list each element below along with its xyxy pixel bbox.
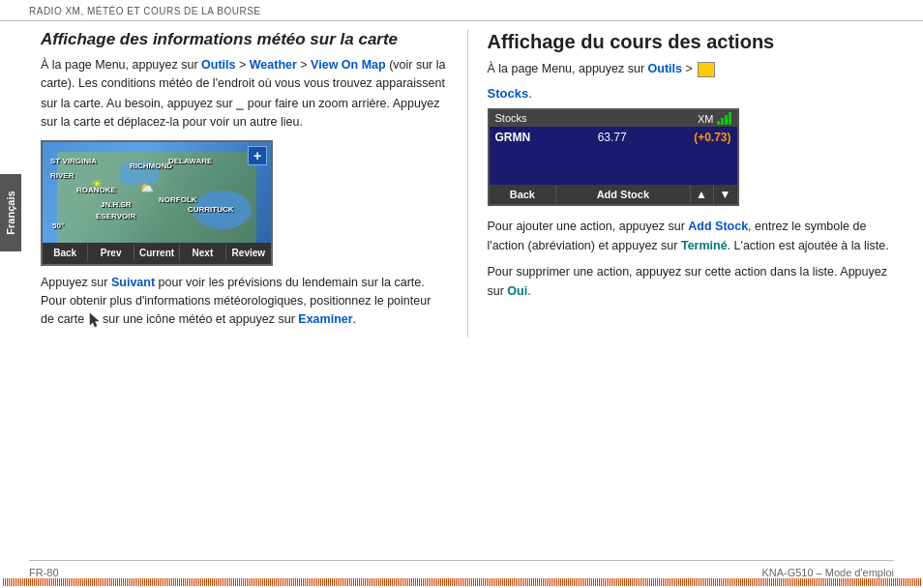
map-image: ST VIRGINIA RIVER ROANOKE RICHMOND DELAW…: [41, 140, 273, 266]
xm-signal-icon: [717, 112, 731, 125]
weather-icon-cloud: ⛅: [139, 181, 154, 194]
link-stocks[interactable]: Stocks: [488, 86, 529, 101]
link-oui[interactable]: Oui: [507, 284, 527, 298]
link-suivant[interactable]: Suivant: [111, 276, 155, 289]
map-label-currituck: CURRITUCK: [188, 205, 234, 214]
map-prev-btn[interactable]: Prev: [88, 245, 134, 261]
map-label-river: RIVER: [50, 171, 74, 180]
map-bottom-bar: Back Prev Current Next Review: [43, 243, 271, 264]
stocks-header-right: XM: [698, 112, 731, 125]
stocks-price: 63.77: [598, 131, 627, 144]
map-label-jnhsr: JN.H.SR: [101, 200, 132, 209]
stocks-menu-icon: [698, 62, 715, 77]
minus-symbol: ⎯: [236, 96, 244, 110]
right-section-title: Affichage du cours des actions: [488, 29, 895, 54]
link-add-stock[interactable]: Add Stock: [688, 220, 748, 233]
map-current-btn[interactable]: Current: [134, 245, 180, 261]
signal-bar-4: [729, 112, 731, 125]
link-examiner[interactable]: Examiner: [298, 312, 352, 326]
link-weather[interactable]: Weather: [250, 58, 297, 72]
left-section-title: Affichage des informations météo sur la …: [41, 29, 448, 50]
sidebar-label: Français: [5, 191, 16, 234]
left-paragraph-2: Appuyez sur Suivant pour voir les prévis…: [41, 274, 448, 330]
weather-icon-sun: ☀: [91, 176, 104, 191]
stocks-change: (+0.73): [694, 131, 730, 144]
link-outils-1[interactable]: Outils: [201, 58, 235, 72]
signal-bar-2: [721, 118, 724, 125]
map-label-virginia: ST VIRGINIA: [50, 157, 97, 165]
right-paragraph-1: À la page Menu, appuyez sur Outils >: [488, 60, 895, 78]
map-back-btn[interactable]: Back: [43, 245, 88, 261]
signal-bar-3: [725, 115, 728, 125]
page-footer: FR-80 KNA-G510 – Mode d'emploi: [29, 560, 894, 578]
page-header: Radio XM, météo et cours de la bourse: [0, 0, 923, 21]
stocks-xm-label: XM: [698, 113, 714, 125]
map-label-eservoir: ESERVOIR: [96, 212, 135, 220]
signal-bar-1: [717, 121, 720, 125]
stocks-back-btn[interactable]: Back: [490, 186, 557, 203]
footer-right: KNA-G510 – Mode d'emploi: [761, 567, 894, 578]
map-label-delaware: DELAWARE: [168, 157, 212, 165]
stocks-arrow-down-btn[interactable]: ▼: [714, 185, 737, 204]
stocks-footer: Back Add Stock ▲ ▼: [490, 185, 737, 204]
map-label-50: 50°: [52, 221, 64, 230]
stocks-data-row: GRMN 63.77 (+0.73): [490, 127, 737, 185]
map-label-richmond: RICHMOND: [130, 162, 172, 170]
content-area: Affichage des informations météo sur la …: [0, 29, 923, 338]
map-zoom-in-btn[interactable]: +: [248, 146, 267, 165]
left-column: Affichage des informations météo sur la …: [29, 29, 448, 338]
stocks-widget: Stocks XM GRMN 63.77 (+0.73): [488, 108, 739, 206]
map-next-btn[interactable]: Next: [180, 245, 225, 261]
right-paragraph-2: Pour ajouter une action, appuyez sur Add…: [488, 218, 895, 255]
footer-left: FR-80: [29, 567, 59, 578]
map-review-btn[interactable]: Review: [226, 245, 271, 261]
stocks-header-title: Stocks: [495, 112, 527, 125]
sidebar: Français: [0, 174, 21, 251]
right-column: Affichage du cours des actions À la page…: [467, 29, 895, 338]
stocks-add-btn[interactable]: Add Stock: [556, 186, 690, 203]
map-label-norfolk: NORFOLK: [159, 195, 197, 204]
stocks-symbol: GRMN: [495, 131, 531, 144]
link-termine[interactable]: Terminé: [681, 239, 728, 252]
right-paragraph-3: Pour supprimer une action, appuyez sur c…: [488, 263, 895, 301]
link-outils-right[interactable]: Outils: [648, 62, 682, 75]
stocks-arrow-up-btn[interactable]: ▲: [691, 185, 714, 204]
page-wrapper: Radio XM, météo et cours de la bourse Fr…: [0, 0, 923, 588]
link-viewonmap[interactable]: View On Map: [311, 58, 386, 72]
stocks-header: Stocks XM: [490, 110, 737, 127]
cursor-icon: [88, 312, 100, 328]
left-paragraph-1: À la page Menu, appuyez sur Outils > Wea…: [41, 56, 448, 132]
header-text: Radio XM, météo et cours de la bourse: [29, 6, 260, 16]
